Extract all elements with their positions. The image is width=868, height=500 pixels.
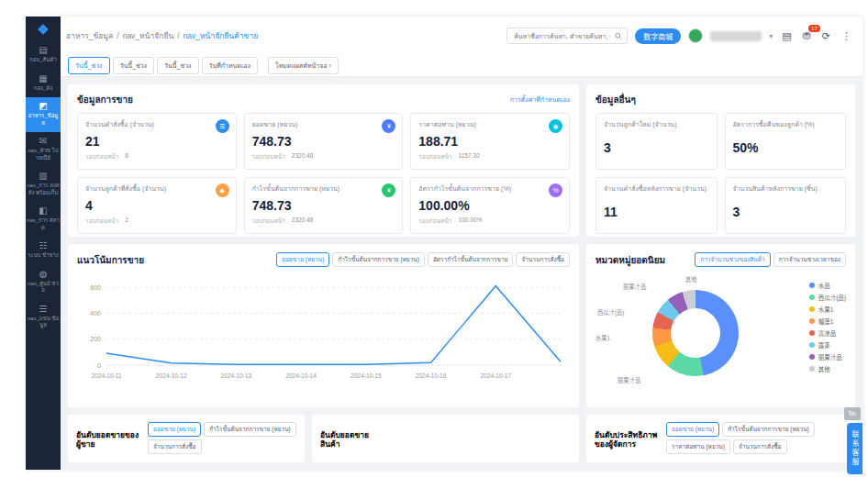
manager-tab-gross-profit[interactable]: กำไรขั้นต้นจากการขาย (หยวน) — [722, 422, 815, 437]
seller-tab-gross-profit[interactable]: กำไรขั้นต้นจากการขาย (หยวน) — [204, 422, 296, 437]
donut-legend: 水品西瓜汁(品)水果1榴莲1清凉品露茶丽果汁品其他 — [809, 279, 846, 374]
tab-period-week[interactable]: วันนี้_ช่วง — [113, 57, 155, 74]
ranking-row: อันดับยอดขายของผู้ขาย ยอดขาย (หยวน) กำไร… — [68, 415, 855, 462]
trend-card-title: แนวโน้มการขาย — [77, 253, 144, 267]
manager-tab-order-count[interactable]: จำนวนการสั่งซื้อ — [733, 439, 787, 454]
manager-tab-price-per-customer[interactable]: ราคาต่อท่าน (หยวน) — [666, 439, 730, 454]
cart-icon[interactable]: ⛃17 — [801, 31, 813, 41]
system-icon: ☷ — [39, 241, 48, 250]
dashboard-chart-icon: ◩ — [39, 102, 47, 111]
breadcrumb: อาหาร_ข้อมูล / nav_หน้าจักยืน / nav_หน้า… — [66, 29, 258, 42]
manager-tab-sales[interactable]: ยอดขาย (หยวน) — [666, 422, 719, 437]
trend-tab-gross-profit[interactable]: กำไรขั้นต้นจากการขาย (หยวน) — [332, 252, 425, 267]
sidebar-item-mail[interactable]: ✉ nav_หัวข ไปรษณีย์ — [26, 132, 61, 167]
sales-metric-tiles: จำนวนคำสั่งซื้อ (จำนวน) ☰ 21 รอบก่อนหน้า… — [77, 113, 570, 234]
data-icon: ☰ — [39, 305, 48, 314]
svg-text:2024-10-16: 2024-10-16 — [416, 372, 447, 379]
category-tab-by-period[interactable]: การจำนวนช่วงเวลาของ — [773, 252, 846, 267]
refresh-icon[interactable]: ⟳ — [820, 31, 832, 41]
popular-categories-card: หมวดหมู่ยอดนิยม การจำนวนช่วงของสินค้า กา… — [586, 244, 855, 407]
sidebar-item-data[interactable]: ☰ nav_แขน ข้อมูล — [26, 300, 61, 335]
sales-card-title: ข้อมูลการขาย — [77, 93, 133, 106]
product-ranking-title: อันดับยอดขายสินค้า — [320, 430, 386, 450]
sidebar-item-center[interactable]: ◍ nav_ศูนย์ ช่วย — [26, 265, 61, 300]
legend-item: 西瓜汁(品) — [809, 291, 846, 303]
svg-text:2024-10-15: 2024-10-15 — [351, 372, 382, 379]
custom-settings-link[interactable]: การตั้งค่าที่กำหนดเอง — [510, 94, 570, 105]
donut-callout: 丽果汁品 — [618, 376, 640, 384]
other-metric-tiles: จำนวนลูกค้าใหม่ (จำนวน) 3 อัตราการซื้อคื… — [595, 113, 846, 234]
topbar: อาหาร_ข้อมูล / nav_หน้าจักยืน / nav_หน้า… — [61, 17, 862, 55]
gross-margin-icon: % — [549, 183, 562, 197]
manager-ranking-card: อันดับประสิทธิภาพของผู้จัดการ ยอดขาย (หย… — [586, 415, 855, 462]
seller-tab-order-count[interactable]: จำนวนการสั่งซื้อ — [148, 439, 202, 454]
metric-gross-margin: อัตรากำไรขั้นต้นจากการขาย (%) % 100.00% … — [410, 177, 570, 234]
svg-text:600: 600 — [90, 284, 101, 291]
app-window: ◆ ▤ กอบ_ส้นค้า ▦ กอง_ดัง ◩ อาหาร_ข้อมูล … — [26, 17, 862, 470]
metric-sales-amount: ยอดขาย (หยวน) ¥ 748.73 รอบก่อนหน้า2320.4… — [244, 113, 404, 170]
document-icon[interactable]: ▤ — [780, 31, 793, 41]
customer-service-float-button[interactable]: 联系客服 — [847, 423, 862, 474]
sidebar-item-system[interactable]: ☷ ระบบ ชำขาง — [26, 237, 61, 265]
metric-order-count: จำนวนคำสั่งซื้อ (จำนวน) ☰ 21 รอบก่อนหน้า… — [77, 113, 237, 170]
legend-dot-icon — [809, 342, 815, 348]
mail-icon: ✉ — [39, 137, 47, 146]
trend-tab-order-count[interactable]: จำนวนการสั่งซื้อ — [516, 252, 570, 267]
legend-dot-icon — [809, 354, 815, 360]
sidebar-item-marketing[interactable]: ◧ nav_การ ตลาด — [26, 202, 61, 237]
legend-dot-icon — [809, 366, 815, 372]
trend-tab-sales[interactable]: ยอดขาย (หยวน) — [276, 252, 329, 267]
donut-callout: 丽果汁品 — [623, 283, 646, 291]
metric-repurchase-rate: อัตราการซื้อคืนของลูกค้า (%) 50% — [725, 113, 847, 170]
breadcrumb-section[interactable]: nav_หน้าจักยืน — [123, 29, 174, 42]
legend-dot-icon — [809, 306, 815, 312]
breadcrumb-root[interactable]: อาหาร_ข้อมูล — [66, 29, 113, 42]
sidebar-item-orders[interactable]: ▦ กอง_ดัง — [26, 70, 61, 98]
donut-callout: 西瓜汁(品) — [597, 308, 624, 317]
manager-ranking-tabs: ยอดขาย (หยวน) กำไรขั้นต้นจากการขาย (หยวน… — [666, 422, 847, 454]
other-card-title: ข้อมูลอื่นๆ — [595, 93, 636, 106]
category-donut-area: 其他 丽果汁品 西瓜汁(品) 水果1 丽果汁品 水品西瓜汁(品)水果1榴莲1清凉… — [595, 273, 846, 398]
svg-text:2024-10-12: 2024-10-12 — [156, 372, 187, 379]
tab-period-today[interactable]: วันนี้_ช่วง — [68, 57, 110, 74]
tab-period-custom[interactable]: วันที่กำหนดเอง — [202, 57, 258, 74]
store-pill-button[interactable]: 数字商城 — [635, 28, 681, 44]
sidebar-item-dashboard[interactable]: ◩ อาหาร_ข้อมูล — [26, 97, 61, 132]
manager-ranking-title: อันดับประสิทธิภาพของผู้จัดการ — [595, 430, 661, 450]
main-area: อาหาร_ข้อมูล / nav_หน้าจักยืน / nav_หน้า… — [61, 17, 862, 470]
price-per-customer-icon: ◉ — [549, 119, 562, 133]
svg-text:2024-10-11: 2024-10-11 — [91, 372, 122, 379]
user-name-redacted — [710, 31, 762, 41]
sales-trend-card: แนวโน้มการขาย ยอดขาย (หยวน) กำไรขั้นต้นจ… — [68, 244, 579, 407]
content-area: ข้อมูลการขาย การตั้งค่าที่กำหนดเอง จำนวน… — [61, 77, 862, 470]
chevron-down-icon[interactable]: ▾ — [769, 32, 773, 40]
svg-text:200: 200 — [90, 336, 101, 342]
marketing-icon: ◧ — [39, 206, 47, 216]
legend-dot-icon — [809, 330, 815, 336]
avatar[interactable] — [688, 28, 703, 43]
other-data-card: ข้อมูลอื่นๆ จำนวนลูกค้าใหม่ (จำนวน) 3 อั… — [586, 84, 855, 237]
search-input[interactable] — [512, 32, 612, 40]
seller-ranking-title: อันดับยอดขายของผู้ขาย — [76, 430, 142, 450]
legend-item: 水果1 — [809, 303, 846, 315]
metric-aftersale-orders: จำนวนคำสั่งซื้อหลังการขาย (จำนวน) 11 — [595, 177, 718, 234]
seller-ranking-card: อันดับยอดขายของผู้ขาย ยอดขาย (หยวน) กำไร… — [68, 415, 305, 462]
seller-tab-sales[interactable]: ยอดขาย (หยวน) — [148, 422, 201, 437]
metric-gross-profit: กำไรขั้นต้นจากการขาย (หยวน) ¥ 748.73 รอบ… — [244, 177, 404, 234]
collapse-float-tag[interactable]: ปิด — [844, 407, 861, 420]
search-icon — [615, 32, 622, 40]
svg-text:0: 0 — [97, 362, 101, 369]
tab-period-month[interactable]: วันนี้_ช่วง — [157, 57, 199, 74]
legend-dot-icon — [809, 318, 815, 324]
sales-amount-icon: ¥ — [382, 119, 395, 133]
fullscreen-mode-button[interactable]: โหมดแผสต์หน้าจอ › — [268, 57, 339, 74]
trend-tab-gross-margin[interactable]: อัตรากำไรขั้นต้นจากการขาย — [428, 252, 514, 267]
buying-customers-icon: ◆ — [216, 183, 229, 197]
sidebar-item-goods[interactable]: ▤ กอบ_ส้นค้า — [26, 41, 61, 70]
sidebar-item-warehouse[interactable]: ▥ nav_การ ลงคลัง พร้อมเก็บ — [26, 167, 61, 202]
category-tab-by-product[interactable]: การจำนวนช่วงของสินค้า — [695, 252, 770, 267]
orders-icon: ▦ — [39, 74, 47, 83]
global-search — [506, 28, 628, 44]
sales-data-card: ข้อมูลการขาย การตั้งค่าที่กำหนดเอง จำนวน… — [68, 84, 579, 237]
more-menu-icon[interactable]: ⋮ — [840, 31, 853, 41]
